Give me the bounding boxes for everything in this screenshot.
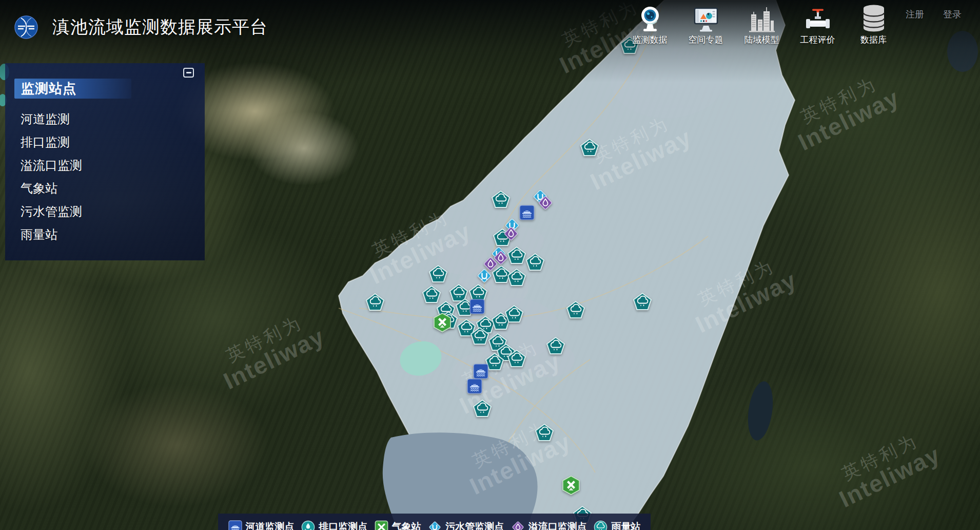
marker-rain[interactable]	[505, 305, 523, 323]
nav-item-database[interactable]: 数据库	[846, 2, 901, 46]
legend-item-river[interactable]: 河道监测点	[228, 520, 295, 530]
river-legend-icon	[228, 520, 242, 530]
panel-item-5[interactable]: 雨量站	[5, 223, 205, 246]
logo	[14, 15, 38, 40]
legend-label: 气象站	[392, 520, 421, 530]
marker-rain[interactable]	[546, 337, 565, 354]
panel-item-list: 河道监测排口监测溢流口监测气象站污水管监测雨量站	[5, 107, 205, 246]
page-title: 滇池流域监测数据展示平台	[52, 15, 268, 39]
panel-item-1[interactable]: 排口监测	[5, 130, 205, 154]
app: 英特利为Inteliway英特利为Inteliway英特利为Inteliway英…	[0, 0, 980, 530]
panel-item-0[interactable]: 河道监测	[5, 107, 205, 130]
panel-header: 监测站点	[14, 79, 131, 99]
marker-weather[interactable]	[562, 476, 580, 495]
marker-weather[interactable]	[434, 313, 451, 332]
marker-rain[interactable]	[422, 286, 441, 303]
marker-overflow[interactable]	[482, 256, 499, 272]
monitoring-stations-panel: 监测站点 河道监测排口监测溢流口监测气象站污水管监测雨量站	[5, 63, 205, 260]
marker-rain[interactable]	[507, 269, 526, 286]
register-link[interactable]: 注册	[906, 8, 924, 21]
nav-item-spatial-topics[interactable]: 空间专题	[678, 2, 734, 46]
legend-item-sewage[interactable]: 污水管监测点	[428, 520, 504, 530]
login-link[interactable]: 登录	[943, 8, 962, 21]
main-nav: 监测数据空间专题陆域模型工程评价数据库	[622, 2, 901, 46]
marker-rain[interactable]	[580, 139, 599, 156]
nav-label: 空间专题	[689, 34, 723, 46]
legend-label: 河道监测点	[246, 520, 295, 530]
nav-label: 陆域模型	[744, 34, 779, 46]
database-icon	[860, 2, 888, 33]
marker-rain[interactable]	[473, 400, 492, 417]
marker-rain[interactable]	[507, 350, 526, 367]
panel-item-4[interactable]: 污水管监测	[5, 200, 205, 223]
marker-rain[interactable]	[471, 327, 489, 345]
marker-river[interactable]	[467, 378, 482, 394]
nav-item-land-model[interactable]: 陆域模型	[734, 2, 790, 46]
marker-river[interactable]	[519, 205, 535, 220]
legend-item-outlet[interactable]: 排口监测点	[301, 520, 367, 530]
panel-item-2[interactable]: 溢流口监测	[5, 154, 205, 177]
east-lake	[744, 380, 776, 442]
nav-item-project-evaluation[interactable]: 工程评价	[790, 2, 846, 46]
camera-icon	[636, 2, 664, 33]
weather-legend-icon	[375, 520, 388, 530]
legend-item-rain[interactable]: 雨量站	[594, 520, 640, 530]
marker-river[interactable]	[469, 299, 485, 314]
buildings-icon	[748, 2, 776, 33]
monitor-icon	[692, 2, 720, 33]
nav-label: 监测数据	[633, 34, 668, 46]
nav-item-monitoring-data[interactable]: 监测数据	[622, 2, 678, 46]
panel-item-3[interactable]: 气象站	[5, 177, 205, 200]
marker-rain[interactable]	[566, 301, 585, 318]
nav-label: 工程评价	[800, 34, 835, 46]
legend-label: 排口监测点	[319, 520, 367, 530]
marker-rain[interactable]	[507, 247, 526, 264]
marker-river[interactable]	[473, 364, 488, 379]
outlet-legend-icon	[301, 520, 315, 530]
legend-label: 雨量站	[611, 520, 640, 530]
nav-label: 数据库	[860, 34, 887, 46]
legend-label: 污水管监测点	[445, 520, 504, 530]
rain-legend-icon	[594, 520, 607, 530]
marker-rain[interactable]	[492, 191, 510, 208]
minimize-icon[interactable]	[183, 68, 194, 78]
marker-rain[interactable]	[429, 265, 447, 282]
header: 滇池流域监测数据展示平台 监测数据空间专题陆域模型工程评价数据库 注册 登录	[0, 0, 980, 51]
marker-rain[interactable]	[366, 293, 384, 311]
marker-rain[interactable]	[535, 424, 554, 441]
marker-rain[interactable]	[526, 253, 544, 271]
marker-rain[interactable]	[633, 293, 652, 310]
marker-overflow[interactable]	[503, 225, 519, 242]
marker-overflow[interactable]	[537, 195, 554, 211]
map-legend: 河道监测点排口监测点气象站污水管监测点溢流口监测点雨量站	[218, 514, 651, 530]
sewage-legend-icon	[428, 520, 442, 530]
overflow-legend-icon	[511, 520, 525, 530]
panel-title: 监测站点	[14, 80, 76, 98]
valve-icon	[804, 2, 832, 33]
legend-item-weather[interactable]: 气象站	[375, 520, 421, 530]
legend-label: 溢流口监测点	[528, 520, 587, 530]
legend-item-overflow[interactable]: 溢流口监测点	[511, 520, 587, 530]
